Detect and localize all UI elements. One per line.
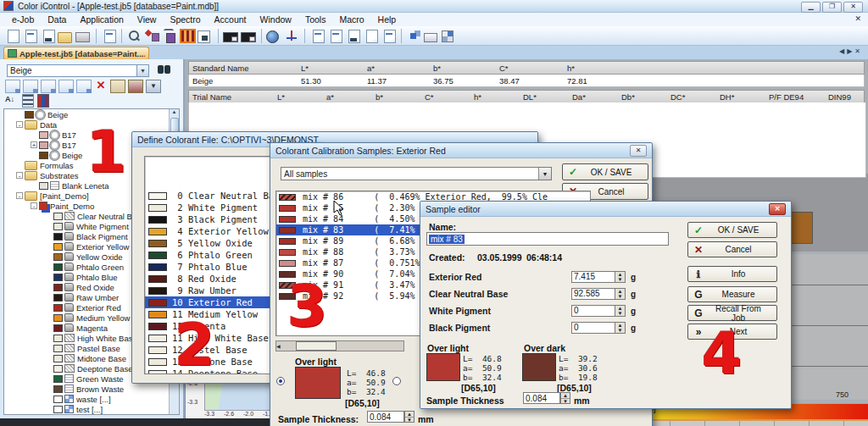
menu-item[interactable]: Data <box>41 14 73 25</box>
open-document-icon[interactable] <box>22 29 38 43</box>
open-folder-icon[interactable] <box>58 29 74 43</box>
tree-expander[interactable] <box>45 345 52 351</box>
trial-column-header[interactable]: P/F DE94 <box>765 92 825 102</box>
standard-table-row[interactable]: Beige51.3011.3736.7538.4772.81 <box>188 75 865 87</box>
duplicate-item-icon[interactable] <box>58 80 74 93</box>
print-icon[interactable] <box>75 29 92 43</box>
tree-expander[interactable] <box>45 324 52 331</box>
document-tab[interactable]: Apple-test.jb5 [database=Paint.... <box>3 47 149 59</box>
component-amount-input[interactable]: 7.415 <box>571 271 615 283</box>
menu-item[interactable]: Window <box>253 14 298 25</box>
tree-expander[interactable] <box>45 365 52 372</box>
component-amount-input[interactable]: 92.585 <box>571 288 615 300</box>
tree-expander[interactable] <box>31 182 37 189</box>
spectro-globe-icon[interactable] <box>266 29 282 43</box>
sample-editor-titlebar[interactable]: Sample editor ✕ <box>420 202 791 217</box>
move-item-icon[interactable] <box>41 80 56 93</box>
standard-column-header[interactable]: Standard Name <box>189 64 298 73</box>
tree-expander[interactable] <box>45 355 52 362</box>
trial-column-header[interactable]: a* <box>323 92 372 102</box>
tree-expander[interactable] <box>16 162 23 169</box>
tree-expander[interactable] <box>45 253 52 260</box>
tree-expander[interactable]: - <box>16 121 23 128</box>
name-input[interactable]: mix # 83 <box>426 232 669 246</box>
component-amount-stepper[interactable]: ▲▼ <box>615 322 626 334</box>
tab-nav-arrows[interactable]: ◀▶✕ <box>839 47 863 55</box>
job-transfer-icon-2[interactable] <box>327 29 343 43</box>
transfer-item-icon[interactable] <box>76 80 92 93</box>
tree-expander[interactable] <box>45 396 52 402</box>
standard-select-combo[interactable]: Beige ▼ <box>7 64 149 77</box>
tree-expander[interactable] <box>45 233 52 240</box>
search-icon[interactable] <box>126 29 142 43</box>
menu-item[interactable]: Macro <box>332 14 370 25</box>
pattern-grid-icon[interactable] <box>180 29 196 43</box>
sort-az-icon[interactable]: A↓ <box>5 94 19 106</box>
copy-trial-icon[interactable] <box>23 80 38 93</box>
thickness-input[interactable]: 0.084 <box>523 392 560 404</box>
chevron-down-icon[interactable]: ▼ <box>136 65 148 76</box>
tree-expander[interactable] <box>45 335 52 341</box>
standard-column-header[interactable]: h* <box>564 64 635 73</box>
component-amount-input[interactable]: 0 <box>571 305 615 317</box>
trial-column-header[interactable]: DH* <box>716 92 765 102</box>
tree-expander[interactable]: - <box>16 192 23 199</box>
job-transfer-icon-3[interactable] <box>345 29 361 43</box>
copy-standard-icon[interactable] <box>5 80 20 93</box>
thickness-stepper[interactable]: ▲▼ <box>404 411 415 423</box>
tree-expander[interactable] <box>45 294 52 301</box>
pour-sample-icon[interactable] <box>162 29 178 43</box>
component-amount-stepper[interactable]: ▲▼ <box>615 305 626 317</box>
calibration-close-icon[interactable]: ✕ <box>630 145 647 157</box>
save-document-icon[interactable] <box>40 29 56 43</box>
tree-expander[interactable]: - <box>31 202 37 209</box>
sample-measure-button[interactable]: G Measure <box>687 286 777 302</box>
component-amount-input[interactable]: 0 <box>571 322 615 334</box>
layout-grid-icon[interactable] <box>442 29 458 43</box>
standard-column-header[interactable]: a* <box>364 64 430 73</box>
tree-item[interactable]: waste [...] <box>4 394 179 404</box>
over-dark-radio[interactable] <box>392 377 401 385</box>
new-document-icon[interactable] <box>4 29 20 43</box>
menu-item[interactable]: Application <box>73 14 130 25</box>
over-light-radio[interactable] <box>276 377 285 385</box>
tree-expander[interactable] <box>31 152 37 158</box>
trial-column-header[interactable]: C* <box>421 92 470 102</box>
sort-order-icon[interactable] <box>22 94 34 108</box>
slideshow-icon[interactable] <box>198 29 214 43</box>
sample-ok-button[interactable]: ✓ OK / SAVE <box>687 222 777 238</box>
sample-editor-close-icon[interactable]: ✕ <box>769 203 786 215</box>
job-gray-icon[interactable] <box>363 29 379 43</box>
menu-item[interactable]: Account <box>208 14 253 25</box>
tree-expander[interactable] <box>45 263 52 270</box>
sample-list-hscrollbar[interactable]: ◀ <box>275 340 404 351</box>
standard-column-header[interactable]: C* <box>496 64 564 73</box>
tree-expander[interactable]: + <box>31 141 37 148</box>
trial-column-header[interactable]: h* <box>470 92 520 102</box>
component-amount-stepper[interactable]: ▲▼ <box>615 271 626 283</box>
restore-button[interactable]: ❐ <box>822 2 842 13</box>
report-view-icon[interactable] <box>101 29 117 43</box>
find-icon[interactable] <box>158 65 171 74</box>
colorant-fill-icon[interactable] <box>144 29 160 43</box>
standard-column-header[interactable]: b* <box>430 64 496 73</box>
sample-filter-combo[interactable]: All samples ▼ <box>281 167 552 180</box>
menu-item[interactable]: e-Job <box>5 14 41 25</box>
tree-expander[interactable] <box>45 406 52 412</box>
tree-expander[interactable] <box>45 223 52 230</box>
tree-expander[interactable] <box>45 375 52 382</box>
tree-item[interactable]: test [...] <box>4 404 179 414</box>
thickness-input[interactable]: 0.084 <box>367 411 404 423</box>
display-dark-icon-1[interactable] <box>223 29 239 43</box>
job-sync-icon[interactable] <box>381 29 397 43</box>
trial-column-header[interactable]: DIN99 <box>825 92 864 102</box>
menu-item[interactable]: Spectro <box>163 14 207 25</box>
tree-expander[interactable] <box>45 213 52 219</box>
calibration-icon[interactable] <box>284 29 300 43</box>
trial-column-header[interactable]: b* <box>372 92 421 102</box>
component-amount-stepper[interactable]: ▲▼ <box>615 288 626 300</box>
export-icon[interactable]: ▼ <box>146 80 161 93</box>
tree-expander[interactable] <box>31 131 37 138</box>
tree-item[interactable]: Brown Waste <box>4 384 179 394</box>
job-transfer-icon-1[interactable] <box>309 29 326 43</box>
